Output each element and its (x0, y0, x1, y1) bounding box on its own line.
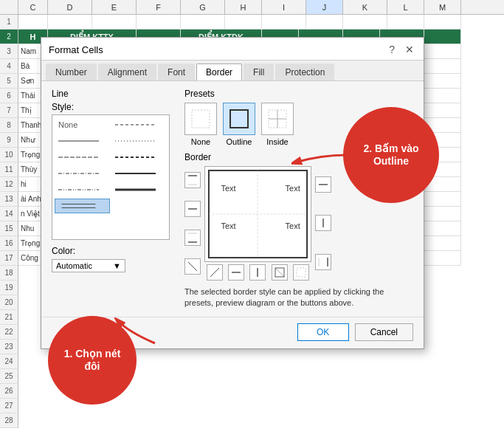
col-g: G (181, 0, 225, 14)
preset-none-box[interactable] (184, 103, 217, 135)
border-btn-top-left[interactable] (184, 172, 201, 188)
border-buttons-right (315, 166, 331, 281)
border-label: Border (184, 152, 413, 162)
line-style-thin[interactable] (55, 134, 110, 148)
color-dropdown[interactable]: Automatic ▼ (52, 259, 125, 272)
line-styles-box: None (52, 114, 170, 240)
col-headers: C D E F G H I J K L M (0, 0, 504, 15)
preset-outline-label: Outline (227, 137, 252, 146)
border-btn-mid-left[interactable] (184, 201, 201, 217)
close-button[interactable]: ✕ (403, 44, 416, 55)
border-preview-wrapper: Text Text Text Text (204, 166, 311, 281)
preset-inside[interactable]: Inside (261, 103, 294, 146)
cancel-button[interactable]: Cancel (355, 323, 413, 341)
col-d: D (48, 0, 92, 14)
line-style-dash3[interactable] (111, 150, 167, 165)
ok-button[interactable]: OK (297, 323, 349, 341)
dialog-content: Line Style: None (41, 81, 424, 317)
line-style-double[interactable] (55, 199, 110, 213)
right-panel: Presets None (184, 89, 413, 309)
col-h: H (225, 0, 262, 14)
border-btn-bot-1[interactable] (207, 264, 223, 281)
border-btn-bot-3[interactable] (249, 264, 266, 281)
preview-text-1: Text (221, 184, 235, 193)
preset-none-label: None (191, 137, 210, 146)
line-style-blank (111, 199, 167, 213)
color-dropdown-arrow: ▼ (113, 261, 121, 270)
col-e: E (92, 0, 137, 14)
tab-fill[interactable]: Fill (244, 63, 274, 80)
col-j: J (306, 0, 343, 14)
format-cells-dialog: Format Cells ? ✕ Number Alignment Font B… (41, 37, 424, 349)
preview-text-3: Text (221, 221, 235, 230)
border-btn-diag-left[interactable] (184, 258, 201, 275)
border-preview-container: Text Text Text Text (184, 166, 413, 281)
preset-inside-label: Inside (266, 137, 288, 146)
presets-row: None Outline (184, 103, 413, 146)
tab-alignment[interactable]: Alignment (98, 63, 156, 80)
col-i: I (262, 0, 306, 14)
line-style-dash2[interactable] (55, 150, 110, 165)
svg-rect-11 (192, 110, 210, 128)
line-label: Line (52, 89, 170, 99)
preview-text-4: Text (286, 221, 300, 230)
preset-inside-box[interactable] (261, 103, 294, 135)
preset-outline[interactable]: Outline (223, 103, 255, 146)
tab-font[interactable]: Font (158, 63, 195, 80)
preview-text-2: Text (286, 184, 300, 193)
info-text: The selected border style can be applied… (184, 286, 413, 309)
presets-section: Presets None (184, 89, 413, 146)
border-section: Border (184, 152, 413, 281)
line-style-thick2[interactable] (111, 182, 167, 197)
border-btn-bot-5[interactable] (293, 264, 309, 281)
preview-inner: Text Text Text Text (205, 167, 311, 261)
preset-outline-box[interactable] (223, 103, 255, 135)
border-btn-bot-4[interactable] (272, 264, 288, 281)
row-numbers: 1 2 3 4 5 6 7 8 9 10 11 12 13 14 15 16 1… (0, 15, 18, 428)
svg-line-26 (210, 268, 219, 277)
dialog-titlebar-right: ? ✕ (387, 44, 416, 55)
tab-border[interactable]: Border (196, 63, 242, 80)
border-btn-bot-2[interactable] (228, 264, 244, 281)
tab-number[interactable]: Number (46, 63, 97, 80)
dialog-title: Format Cells (49, 44, 103, 55)
svg-rect-12 (230, 110, 248, 128)
border-btn-right-3[interactable] (315, 254, 331, 270)
svg-line-21 (188, 262, 197, 271)
dialog-buttons: OK Cancel (41, 317, 424, 348)
line-style-dash1[interactable] (111, 117, 167, 132)
svg-rect-31 (297, 268, 305, 277)
color-value: Automatic (56, 261, 92, 270)
border-btn-right-2[interactable] (315, 215, 331, 231)
presets-label: Presets (184, 89, 413, 99)
style-label: Style: (52, 102, 170, 112)
help-button[interactable]: ? (387, 44, 397, 55)
col-c: C (18, 0, 48, 14)
svg-line-30 (275, 268, 284, 277)
preset-none[interactable]: None (184, 103, 217, 146)
col-k: K (343, 0, 387, 14)
color-label: Color: (52, 246, 170, 256)
col-f: F (137, 0, 181, 14)
col-m: M (424, 0, 461, 14)
border-preview: Text Text Text Text (204, 166, 311, 262)
border-buttons-bottom (204, 264, 311, 281)
tab-protection[interactable]: Protection (275, 63, 334, 80)
line-style-dotted[interactable] (111, 134, 167, 148)
color-section: Color: Automatic ▼ (52, 246, 170, 272)
col-l: L (387, 0, 424, 14)
border-btn-bot-left[interactable] (184, 230, 201, 246)
line-style-medium[interactable] (111, 166, 167, 181)
dialog-titlebar: Format Cells ? ✕ (41, 38, 424, 61)
line-style-none[interactable]: None (55, 117, 110, 132)
border-buttons-left (184, 166, 201, 281)
left-panel: Line Style: None (52, 89, 170, 309)
line-style-dashdot[interactable] (55, 166, 110, 181)
line-style-thick[interactable] (55, 182, 110, 197)
dialog-tabs: Number Alignment Font Border Fill Protec… (41, 61, 424, 81)
border-btn-right-1[interactable] (315, 176, 331, 193)
